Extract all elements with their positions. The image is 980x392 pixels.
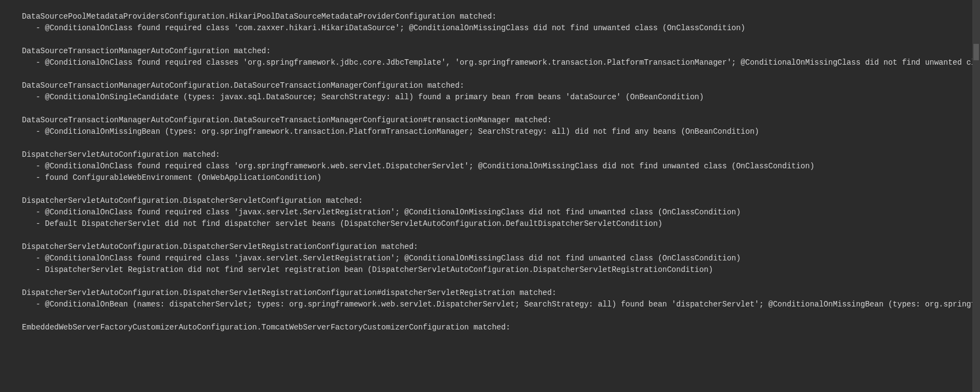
log-item: - @ConditionalOnClass found required cla… <box>22 253 980 264</box>
log-block: EmbeddedWebServerFactoryCustomizerAutoCo… <box>22 322 980 333</box>
log-item: - @ConditionalOnMissingBean (types: org.… <box>22 126 980 138</box>
log-block: DispatcherServletAutoConfiguration.Dispa… <box>22 241 980 276</box>
scrollbar-track[interactable] <box>972 0 980 345</box>
log-item: - @ConditionalOnClass found required cla… <box>22 22 980 34</box>
log-header: EmbeddedWebServerFactoryCustomizerAutoCo… <box>22 322 980 333</box>
log-item: - @ConditionalOnClass found required cla… <box>22 161 980 172</box>
log-output[interactable]: DataSourcePoolMetadataProvidersConfigura… <box>22 11 980 333</box>
log-header: DataSourceTransactionManagerAutoConfigur… <box>22 46 980 57</box>
log-item: - found ConfigurableWebEnvironment (OnWe… <box>22 172 980 184</box>
log-block: DispatcherServletAutoConfiguration match… <box>22 149 980 184</box>
log-block: DispatcherServletAutoConfiguration.Dispa… <box>22 195 980 230</box>
log-block: DataSourceTransactionManagerAutoConfigur… <box>22 46 980 69</box>
log-header: DispatcherServletAutoConfiguration.Dispa… <box>22 287 980 299</box>
log-header: DispatcherServletAutoConfiguration.Dispa… <box>22 195 980 207</box>
log-item: - @ConditionalOnClass found required cla… <box>22 57 980 69</box>
log-block: DataSourceTransactionManagerAutoConfigur… <box>22 80 980 103</box>
scrollbar-thumb[interactable] <box>973 44 979 60</box>
log-block: DataSourceTransactionManagerAutoConfigur… <box>22 115 980 138</box>
log-item: - @ConditionalOnBean (names: dispatcherS… <box>22 299 980 310</box>
log-item: - @ConditionalOnSingleCandidate (types: … <box>22 92 980 103</box>
log-header: DataSourceTransactionManagerAutoConfigur… <box>22 115 980 126</box>
log-header: DispatcherServletAutoConfiguration.Dispa… <box>22 241 980 253</box>
log-header: DispatcherServletAutoConfiguration match… <box>22 149 980 161</box>
log-header: DataSourcePoolMetadataProvidersConfigura… <box>22 11 980 22</box>
log-block: DispatcherServletAutoConfiguration.Dispa… <box>22 287 980 310</box>
log-item: - @ConditionalOnClass found required cla… <box>22 207 980 218</box>
log-item: - DispatcherServlet Registration did not… <box>22 264 980 276</box>
log-header: DataSourceTransactionManagerAutoConfigur… <box>22 80 980 92</box>
log-item: - Default DispatcherServlet did not find… <box>22 218 980 230</box>
log-block: DataSourcePoolMetadataProvidersConfigura… <box>22 11 980 34</box>
